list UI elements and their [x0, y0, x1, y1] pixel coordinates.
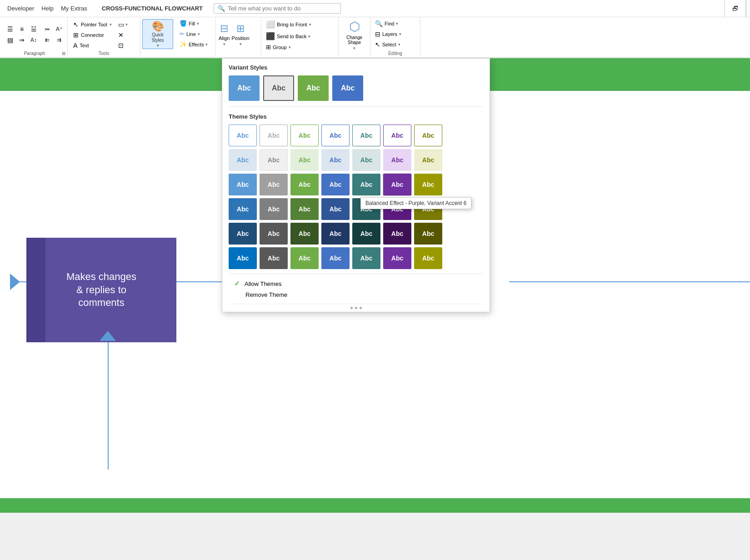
- ts-r2c3[interactable]: Abc: [290, 149, 319, 171]
- ts-r1c5[interactable]: Abc: [352, 125, 380, 146]
- paragraph-expand-icon[interactable]: ⊠: [62, 51, 65, 56]
- order-group: ⬜ Bring to Front ▾ ⬛ Send to Back ▾ ⊞ Gr…: [261, 17, 339, 57]
- ts-r6c2[interactable]: Abc: [260, 247, 288, 269]
- ts-r3c3[interactable]: Abc: [290, 174, 319, 195]
- remove-theme-item[interactable]: Remove Theme: [230, 290, 481, 300]
- ts-r6c3[interactable]: Abc: [290, 247, 319, 269]
- scroll-dot-1: [350, 307, 353, 309]
- effects-icon: ✨: [180, 41, 187, 48]
- ts-r4c3[interactable]: Abc: [290, 198, 319, 220]
- ts-r3c6[interactable]: Abc: [383, 174, 411, 195]
- align-btn[interactable]: Align: [219, 35, 230, 41]
- ts-r2c6[interactable]: Abc: [383, 149, 411, 171]
- ts-r2c7[interactable]: Abc: [414, 149, 442, 171]
- find-btn[interactable]: 🔍 Find ▾: [373, 19, 417, 28]
- menu-help[interactable]: Help: [38, 3, 57, 14]
- ts-r5c3[interactable]: Abc: [290, 223, 319, 245]
- variant-swatch-1[interactable]: Abc: [229, 75, 260, 101]
- h-connector-3: [509, 281, 750, 282]
- variant-swatch-2[interactable]: Abc: [263, 75, 294, 101]
- arrow-right: [10, 274, 20, 290]
- send-to-back-btn[interactable]: ⬛ Send to Back ▾: [264, 31, 335, 41]
- shrink-text-btn[interactable]: ⇉: [54, 35, 65, 45]
- send-back-icon: ⬛: [266, 32, 275, 40]
- ts-r6c1[interactable]: Abc: [229, 247, 257, 269]
- ts-r4c2[interactable]: Abc: [260, 198, 288, 220]
- ts-r1c4[interactable]: Abc: [321, 125, 350, 146]
- ts-r6c5[interactable]: Abc: [352, 247, 380, 269]
- para-dialog-btn[interactable]: ⇇: [42, 35, 53, 45]
- line-icon: ✏: [180, 30, 185, 37]
- ts-r5c4[interactable]: Abc: [321, 223, 350, 245]
- text-size-btn[interactable]: A↕: [28, 35, 39, 45]
- resize-btn[interactable]: ⊡: [116, 41, 130, 50]
- connector-btn[interactable]: ⊞ Connector: [71, 30, 114, 40]
- ts-r1c2[interactable]: Abc: [260, 125, 288, 146]
- ts-r5c5[interactable]: Abc: [352, 223, 380, 245]
- align-center-btn[interactable]: ≡: [16, 24, 27, 34]
- layers-btn[interactable]: ⊟ Layers ▾: [373, 30, 417, 39]
- ts-r1c1[interactable]: Abc: [229, 125, 257, 146]
- quick-styles-dropdown: Variant Styles Abc Abc Abc Abc Theme Sty…: [222, 58, 490, 312]
- theme-styles-section: Theme Styles Abc Abc Abc Abc Abc Abc Abc…: [229, 113, 483, 269]
- shape-dropdown-btn[interactable]: ▭ ▾: [116, 20, 130, 29]
- ts-r5c2[interactable]: Abc: [260, 223, 288, 245]
- indent-btn[interactable]: ⇒: [16, 35, 27, 45]
- variant-styles-title: Variant Styles: [229, 64, 483, 71]
- bring-to-front-btn[interactable]: ⬜ Bring to Front ▾: [264, 19, 335, 30]
- variant-swatch-4[interactable]: Abc: [332, 75, 363, 101]
- ts-r2c2[interactable]: Abc: [260, 149, 288, 171]
- ts-r3c1[interactable]: Abc: [229, 174, 257, 195]
- scroll-dot-2: [355, 307, 357, 309]
- grow-text-btn[interactable]: A⁺: [54, 24, 65, 34]
- align-right-btn[interactable]: ☱: [28, 24, 39, 34]
- ts-r6c7[interactable]: Abc: [414, 247, 442, 269]
- search-bar[interactable]: 🔍: [214, 3, 341, 14]
- position-btn[interactable]: Position: [231, 35, 249, 41]
- quick-styles-btn[interactable]: 🎨 QuickStyles ▾: [142, 19, 173, 49]
- ts-r4c1[interactable]: Abc: [229, 198, 257, 220]
- effects-btn[interactable]: ✨ Effects ▾: [178, 40, 213, 49]
- tools-group: ↖ Pointer Tool ▾ ⊞ Connector A Text ▭ ▾: [68, 17, 140, 57]
- menu-developer[interactable]: Developer: [4, 3, 38, 14]
- ts-r1c3[interactable]: Abc: [290, 125, 319, 146]
- ts-r2c1[interactable]: Abc: [229, 149, 257, 171]
- ts-r3c5[interactable]: Abc: [352, 174, 380, 195]
- ts-r4c4[interactable]: Abc: [321, 198, 350, 220]
- ts-r5c1[interactable]: Abc: [229, 223, 257, 245]
- allow-themes-item[interactable]: ✓ Allow Themes: [230, 278, 481, 290]
- line-btn[interactable]: ✏ Line ▾: [178, 30, 213, 38]
- ts-r1c6[interactable]: Abc: [383, 125, 411, 146]
- find-icon: 🔍: [375, 20, 383, 27]
- fill-btn[interactable]: 🪣 Fill ▾: [178, 19, 213, 28]
- pointer-icon: ↖: [73, 21, 79, 28]
- text-icon: A: [73, 42, 77, 49]
- menu-extras[interactable]: My Extras: [57, 3, 91, 14]
- main-shape[interactable]: Makes changes & replies to comments: [26, 238, 176, 342]
- ts-r2c4[interactable]: Abc: [321, 149, 350, 171]
- search-input[interactable]: [228, 5, 328, 12]
- delete-shape-btn[interactable]: ✕: [116, 30, 130, 40]
- text-tool-btn[interactable]: A Text: [71, 41, 114, 50]
- variant-swatch-3[interactable]: Abc: [298, 75, 329, 101]
- group-btn[interactable]: ⊞ Group ▾: [264, 43, 335, 51]
- ts-r6c4[interactable]: Abc: [321, 247, 350, 269]
- ts-r5c7[interactable]: Abc: [414, 223, 442, 245]
- select-btn[interactable]: ↖ Select ▾: [373, 40, 417, 49]
- align-left-btn[interactable]: ☰: [5, 24, 15, 34]
- pointer-tool-btn[interactable]: ↖ Pointer Tool ▾: [71, 20, 114, 29]
- ts-r5c6[interactable]: Abc: [383, 223, 411, 245]
- ts-r3c7[interactable]: Abc: [414, 174, 442, 195]
- ts-r3c2[interactable]: Abc: [260, 174, 288, 195]
- bullet-list-btn[interactable]: ≔: [42, 24, 53, 34]
- change-shape-btn[interactable]: ChangeShape: [346, 35, 362, 45]
- justify-btn[interactable]: ▤: [5, 35, 15, 45]
- ts-r6c6[interactable]: Abc: [383, 247, 411, 269]
- ts-r3c4[interactable]: Abc: [321, 174, 350, 195]
- shape-sidebar: [26, 238, 45, 342]
- restore-button[interactable]: 🗗: [725, 0, 746, 17]
- ts-r2c5[interactable]: Abc: [352, 149, 380, 171]
- connector-icon: ⊞: [73, 31, 79, 39]
- ts-r1c7[interactable]: Abc: [414, 125, 442, 146]
- paragraph-group: ☰ ≡ ☱ ▤ ⇒ A↕ ≔ A⁺ ⇇ ⇉ Paragraph ⊠: [2, 17, 68, 57]
